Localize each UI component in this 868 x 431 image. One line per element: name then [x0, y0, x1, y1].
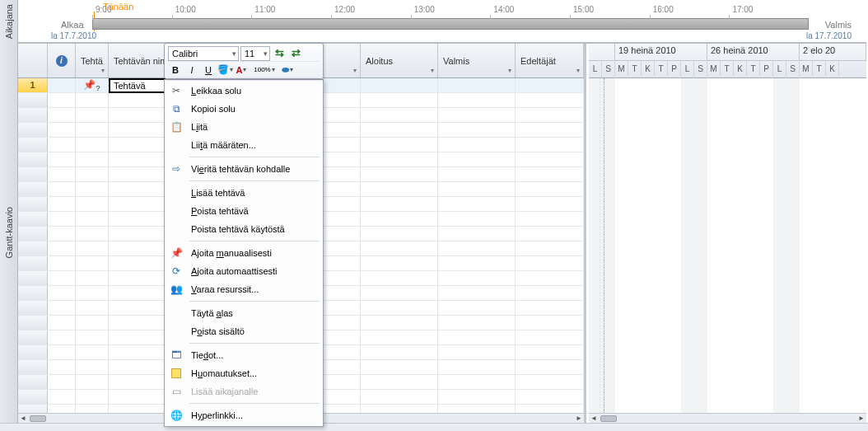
gantt-weeks: 19 heinä 2010 26 heinä 2010 2 elo 20: [589, 44, 866, 61]
rownum-header[interactable]: [18, 44, 48, 77]
info-dialog-icon: 🗔: [168, 348, 184, 363]
fill-color-button[interactable]: 🪣▾: [217, 63, 232, 77]
menu-separator: [189, 180, 320, 181]
menu-delete-task[interactable]: Poista tehtävä: [166, 202, 321, 220]
auto-schedule-icon: ⟳: [168, 264, 184, 279]
main-area: i Tehtävä▾ Tehtävän nimi▾ Kesto▾ Aloitus…: [18, 43, 866, 423]
gantt-chart: 19 heinä 2010 26 heinä 2010 2 elo 20 L S…: [589, 44, 866, 423]
menu-separator: [189, 157, 320, 157]
unlink-tasks-button[interactable]: ⇄: [288, 46, 303, 61]
start-header[interactable]: Aloitus▾: [361, 44, 438, 77]
pushpin-icon: 📌: [168, 246, 184, 260]
pushpin-icon: 📌: [83, 79, 96, 91]
mini-format-toolbar: Calibri 11 ⇆ ⇄ B I U 🪣▾ A▾ 100%▾ ⬬▾: [164, 43, 324, 79]
font-color-button[interactable]: A▾: [234, 63, 249, 77]
timeline-start-date: la 17.7.2010: [51, 31, 96, 40]
chain-icon: ⬬: [282, 64, 289, 75]
gantt-today-line: [604, 78, 604, 413]
finish-cell[interactable]: [438, 78, 516, 92]
context-menu: ✂Leikkaa solu ⧉Kopioi solu 📋Liitä Liitä …: [164, 79, 324, 427]
gantt-header: 19 heinä 2010 26 heinä 2010 2 elo 20 L S…: [589, 44, 866, 78]
scroll-thumb[interactable]: [30, 415, 46, 422]
menu-manual-schedule[interactable]: 📌Ajoita manuaalisesti: [166, 244, 321, 262]
gantt-days: L S M T K T P L S M T K T P L S M T K: [589, 61, 866, 78]
bold-button[interactable]: B: [168, 63, 183, 77]
weekend-shade: [773, 78, 800, 413]
menu-separator: [189, 403, 320, 404]
copy-icon: ⧉: [168, 101, 184, 116]
menu-separator: [189, 241, 320, 241]
timeline-strip: Tänään Alkaa Valmis la 17.7.2010 la 17.7…: [18, 0, 866, 43]
menu-paste[interactable]: 📋Liitä: [166, 118, 321, 136]
taskmode-header[interactable]: Tehtävä▾: [76, 44, 109, 77]
scroll-thumb[interactable]: [600, 415, 617, 422]
indicator-cell[interactable]: [48, 78, 76, 92]
timeline-end-label: Valmis: [825, 20, 852, 30]
timeline-side-tab[interactable]: Aikajana: [0, 0, 18, 43]
timeline-side-label: Aikajana: [4, 4, 14, 39]
menu-auto-schedule[interactable]: ⟳Ajoita automaattisesti: [166, 262, 321, 280]
timeline-start-label: Alkaa: [61, 20, 84, 30]
unlink-icon: ⇄: [292, 47, 301, 59]
globe-link-icon: 🌐: [168, 408, 184, 423]
window-bottom-scroll[interactable]: [0, 423, 868, 431]
clipboard-icon: 📋: [168, 119, 184, 134]
menu-copy[interactable]: ⧉Kopioi solu: [166, 100, 321, 118]
bucket-icon: 🪣: [217, 64, 229, 75]
menu-notes[interactable]: Huomautukset...: [166, 364, 321, 382]
percent-complete-button[interactable]: 100%▾: [250, 63, 278, 77]
predecessors-cell[interactable]: [516, 78, 584, 92]
menu-cut[interactable]: ✂Leikkaa solu: [166, 82, 321, 100]
font-size-combo[interactable]: 11: [240, 46, 270, 61]
timeline-add-icon: ▭: [168, 384, 184, 399]
menu-separator: [189, 301, 320, 302]
scroll-right-icon[interactable]: ►: [574, 415, 584, 423]
font-name-combo[interactable]: Calibri: [168, 46, 239, 61]
scroll-left-icon[interactable]: ◄: [589, 415, 599, 423]
weekend-shade: [589, 78, 615, 413]
menu-scroll-to-task[interactable]: ⇨Vieritä tehtävän kohdalle: [166, 160, 321, 178]
menu-hyperlink[interactable]: 🌐Hyperlinkki...: [166, 406, 321, 424]
menu-inactivate-task[interactable]: Poista tehtävä käytöstä: [166, 220, 321, 238]
link-button[interactable]: ⬬▾: [280, 63, 295, 77]
scroll-left-icon[interactable]: ◄: [18, 415, 28, 423]
menu-separator: [189, 343, 320, 344]
finish-header[interactable]: Valmis▾: [438, 44, 516, 77]
start-cell[interactable]: [361, 78, 438, 92]
timeline-end-date: la 17.7.2010: [806, 31, 852, 40]
gantt-side-tab[interactable]: Gantt-kaavio: [0, 43, 18, 423]
timeline-hours: 9:00 10:00 11:00 12:00 13:00 14:00 15:00…: [92, 5, 809, 15]
right-hscroll[interactable]: ◄ ►: [589, 413, 866, 423]
menu-information[interactable]: 🗔Tiedot...: [166, 346, 321, 364]
menu-paste-special[interactable]: Liitä määräten...: [166, 136, 321, 154]
question-mark-icon: ?: [96, 84, 100, 92]
weekend-shade: [681, 78, 707, 413]
link-tasks-button[interactable]: ⇆: [272, 46, 287, 61]
gantt-body[interactable]: [589, 78, 866, 413]
scroll-right-icon[interactable]: ►: [856, 415, 866, 423]
menu-add-to-timeline: ▭Lisää aikajanalle: [166, 382, 321, 401]
gantt-side-label: Gantt-kaavio: [4, 207, 14, 258]
indicators-header[interactable]: i: [48, 44, 76, 77]
menu-clear-contents[interactable]: Poista sisältö: [166, 322, 321, 340]
scissors-icon: ✂: [168, 83, 184, 98]
italic-button[interactable]: I: [184, 63, 199, 77]
rownum-cell[interactable]: 1: [18, 78, 48, 92]
info-icon: i: [56, 55, 68, 67]
taskmode-cell[interactable]: 📌?: [76, 78, 109, 92]
people-icon: 👥: [168, 282, 184, 297]
menu-assign-resources[interactable]: 👥Varaa resurssit...: [166, 280, 321, 298]
menu-fill-down[interactable]: Täytä alas: [166, 304, 321, 322]
scroll-to-icon: ⇨: [168, 162, 184, 176]
underline-button[interactable]: U: [201, 63, 216, 77]
predecessors-header[interactable]: Edeltäjät▾: [516, 44, 584, 77]
menu-insert-task[interactable]: Lisää tehtävä: [166, 184, 321, 202]
note-icon: [171, 368, 181, 378]
timeline-bar[interactable]: [92, 18, 809, 30]
font-color-icon: A: [236, 65, 243, 75]
link-icon: ⇆: [275, 47, 284, 59]
